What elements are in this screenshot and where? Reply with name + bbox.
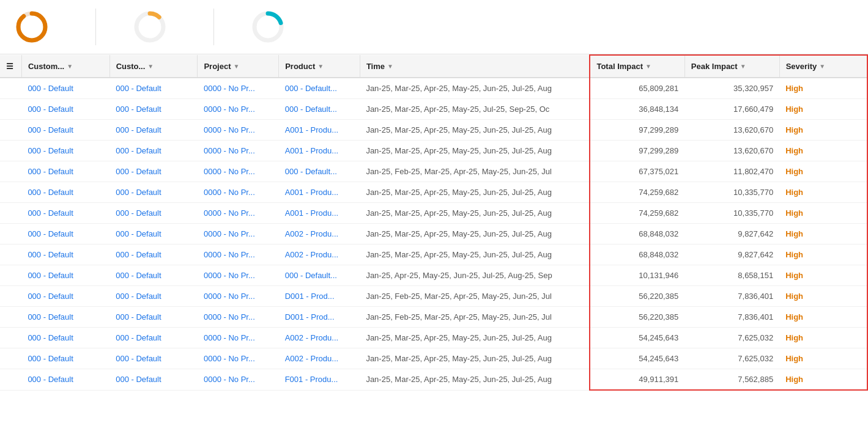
cell-filter <box>0 120 21 141</box>
cell-project: 0000 - No Pr... <box>198 161 279 182</box>
cell-customer1: 000 - Default <box>21 203 109 224</box>
cell-time: Jan-25, Mar-25, Apr-25, May-25, Jul-25, … <box>360 99 590 120</box>
customer1-filter-icon[interactable]: ▼ <box>67 63 73 70</box>
cell-severity: High <box>779 78 867 99</box>
peak-impact-filter-icon[interactable]: ▼ <box>740 63 746 70</box>
cell-peak-impact: 11,802,470 <box>684 161 779 182</box>
cell-customer2: 000 - Default <box>109 265 198 286</box>
cell-severity: High <box>779 224 867 245</box>
cell-customer1: 000 - Default <box>21 307 109 328</box>
cell-time: Jan-25, Mar-25, Apr-25, May-25, Jun-25, … <box>360 141 590 161</box>
low-risk-donut <box>251 10 285 44</box>
cell-product: 000 - Default... <box>279 78 360 99</box>
table-row[interactable]: 000 - Default 000 - Default 0000 - No Pr… <box>0 141 867 161</box>
cell-project: 0000 - No Pr... <box>198 286 279 307</box>
project-label: Project <box>204 62 231 71</box>
cell-project: 0000 - No Pr... <box>198 78 279 99</box>
table-wrapper[interactable]: ☰ Custom... ▼ Custo... ▼ <box>0 54 868 416</box>
cell-peak-impact: 7,625,032 <box>684 328 779 348</box>
cell-peak-impact: 7,625,032 <box>684 348 779 369</box>
time-label: Time <box>366 62 385 71</box>
table-row[interactable]: 000 - Default 000 - Default 0000 - No Pr… <box>0 203 867 224</box>
cell-project: 0000 - No Pr... <box>198 120 279 141</box>
high-risk-metric <box>15 10 59 44</box>
svg-point-1 <box>18 13 45 40</box>
cell-peak-impact: 9,827,642 <box>684 224 779 245</box>
cell-total-impact: 67,375,021 <box>590 161 684 182</box>
cell-project: 0000 - No Pr... <box>198 348 279 369</box>
cell-project: 0000 - No Pr... <box>198 141 279 161</box>
table-row[interactable]: 000 - Default 000 - Default 0000 - No Pr… <box>0 348 867 369</box>
table-row[interactable]: 000 - Default 000 - Default 0000 - No Pr… <box>0 99 867 120</box>
severity-filter-icon[interactable]: ▼ <box>819 63 825 70</box>
col-header-project: Project ▼ <box>198 55 279 78</box>
cell-severity: High <box>779 245 867 265</box>
cell-total-impact: 54,245,643 <box>590 348 684 369</box>
table-row[interactable]: 000 - Default 000 - Default 0000 - No Pr… <box>0 307 867 328</box>
cell-customer1: 000 - Default <box>21 245 109 265</box>
product-filter-icon[interactable]: ▼ <box>317 63 324 70</box>
cell-filter <box>0 224 21 245</box>
cell-severity: High <box>779 141 867 161</box>
cell-customer1: 000 - Default <box>21 224 109 245</box>
cell-product: 000 - Default... <box>279 265 360 286</box>
table-row[interactable]: 000 - Default 000 - Default 0000 - No Pr… <box>0 369 867 391</box>
cell-severity: High <box>779 307 867 328</box>
global-filter-icon[interactable]: ☰ <box>6 62 13 71</box>
cell-total-impact: 97,299,289 <box>590 141 684 161</box>
table-row[interactable]: 000 - Default 000 - Default 0000 - No Pr… <box>0 286 867 307</box>
high-risk-donut <box>15 10 49 44</box>
cell-filter <box>0 245 21 265</box>
time-filter-icon[interactable]: ▼ <box>387 63 393 70</box>
table-row[interactable]: 000 - Default 000 - Default 0000 - No Pr… <box>0 265 867 286</box>
cell-customer1: 000 - Default <box>21 369 109 391</box>
table-row[interactable]: 000 - Default 000 - Default 0000 - No Pr… <box>0 78 867 99</box>
cell-total-impact: 56,220,385 <box>590 286 684 307</box>
col-header-total-impact: Total Impact ▼ <box>590 55 684 78</box>
cell-customer2: 000 - Default <box>109 245 198 265</box>
cell-time: Jan-25, Apr-25, May-25, Jun-25, Jul-25, … <box>360 265 590 286</box>
cell-customer1: 000 - Default <box>21 286 109 307</box>
total-impact-filter-icon[interactable]: ▼ <box>645 63 651 70</box>
cell-customer1: 000 - Default <box>21 348 109 369</box>
table-row[interactable]: 000 - Default 000 - Default 0000 - No Pr… <box>0 161 867 182</box>
cell-customer2: 000 - Default <box>109 141 198 161</box>
cell-time: Jan-25, Mar-25, Apr-25, May-25, Jun-25, … <box>360 245 590 265</box>
cell-time: Jan-25, Mar-25, Apr-25, May-25, Jun-25, … <box>360 78 590 99</box>
top-bar <box>0 0 868 54</box>
customer2-filter-icon[interactable]: ▼ <box>147 63 154 70</box>
cell-peak-impact: 13,620,670 <box>684 120 779 141</box>
cell-peak-impact: 17,660,479 <box>684 99 779 120</box>
cell-customer2: 000 - Default <box>109 369 198 391</box>
cell-severity: High <box>779 328 867 348</box>
cell-peak-impact: 7,562,885 <box>684 369 779 391</box>
cell-filter <box>0 182 21 203</box>
table-row[interactable]: 000 - Default 000 - Default 0000 - No Pr… <box>0 120 867 141</box>
cell-product: A001 - Produ... <box>279 141 360 161</box>
cell-severity: High <box>779 99 867 120</box>
product-label: Product <box>285 62 315 71</box>
cell-filter <box>0 286 21 307</box>
low-risk-metric <box>251 10 295 44</box>
cell-customer2: 000 - Default <box>109 348 198 369</box>
cell-filter <box>0 99 21 120</box>
table-row[interactable]: 000 - Default 000 - Default 0000 - No Pr… <box>0 182 867 203</box>
project-filter-icon[interactable]: ▼ <box>234 63 240 70</box>
table-row[interactable]: 000 - Default 000 - Default 0000 - No Pr… <box>0 328 867 348</box>
cell-project: 0000 - No Pr... <box>198 307 279 328</box>
cell-customer1: 000 - Default <box>21 141 109 161</box>
cell-project: 0000 - No Pr... <box>198 224 279 245</box>
cell-total-impact: 97,299,289 <box>590 120 684 141</box>
cell-customer2: 000 - Default <box>109 182 198 203</box>
cell-customer2: 000 - Default <box>109 307 198 328</box>
cell-total-impact: 68,848,032 <box>590 245 684 265</box>
table-body: 000 - Default 000 - Default 0000 - No Pr… <box>0 78 867 390</box>
cell-product: 000 - Default... <box>279 161 360 182</box>
cell-filter <box>0 307 21 328</box>
table-row[interactable]: 000 - Default 000 - Default 0000 - No Pr… <box>0 224 867 245</box>
data-table: ☰ Custom... ▼ Custo... ▼ <box>0 54 868 391</box>
cell-product: A002 - Produ... <box>279 224 360 245</box>
separator-1 <box>95 9 96 45</box>
cell-time: Jan-25, Mar-25, Apr-25, May-25, Jun-25, … <box>360 203 590 224</box>
table-row[interactable]: 000 - Default 000 - Default 0000 - No Pr… <box>0 245 867 265</box>
